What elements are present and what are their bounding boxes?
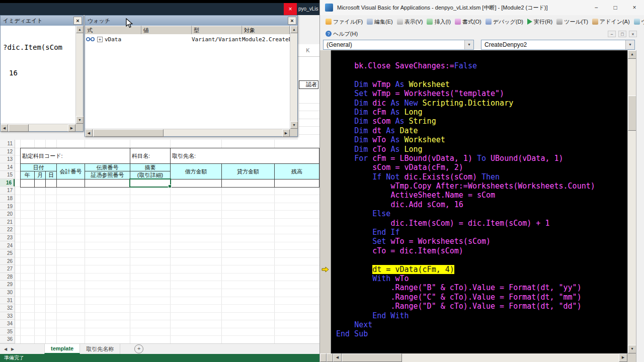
watch-hscrollbar[interactable]: ◀ ▶ (85, 129, 290, 136)
worksheet-grid[interactable]: 1112131415161718192021222324252627282930… (0, 140, 319, 343)
close-button[interactable]: × (625, 0, 644, 15)
row-header-11[interactable]: 11 (0, 140, 15, 148)
watch-vscrollbar[interactable]: ▲ ▼ (290, 26, 297, 129)
cell-subject-label[interactable]: 科目名: (130, 148, 171, 164)
procedure-view-button[interactable] (320, 353, 327, 362)
row-header-22[interactable]: 22 (0, 226, 15, 234)
entry-cell[interactable] (274, 179, 319, 188)
immediate-hscrollbar[interactable]: ◀ ▶ (1, 124, 75, 131)
header-day[interactable]: 日 (45, 171, 57, 179)
excel-close-button[interactable]: × (284, 3, 297, 15)
code-line[interactable]: dic.Add sCom, 16 (336, 200, 627, 209)
code-line[interactable]: .Range("C" & cTo).Value = Format(dt, "mm… (336, 293, 627, 302)
row-header-28[interactable]: 28 (0, 273, 15, 281)
code-line[interactable]: ActiveSheet.Name = sCom (336, 191, 627, 200)
row-header-24[interactable]: 24 (0, 242, 15, 250)
row-header-12[interactable]: 12 (0, 148, 15, 156)
scroll-down-button[interactable]: ▼ (76, 116, 84, 124)
code-line[interactable]: .Range("D" & cTo).Value = Format(dt, "dd… (336, 302, 627, 311)
entry-cell[interactable] (85, 179, 130, 188)
code-editor[interactable]: bk.Close SaveChanges:=False Dim wTmp As … (331, 50, 627, 353)
immediate-vscrollbar[interactable]: ▲ ▼ (75, 26, 83, 124)
code-line[interactable]: If Not dic.Exists(sCom) Then (336, 172, 627, 182)
row-header-27[interactable]: 27 (0, 265, 15, 273)
header-balance[interactable]: 残高 (274, 163, 319, 179)
row-header-19[interactable]: 19 (0, 203, 15, 211)
code-line[interactable]: End If (336, 228, 627, 237)
menu-item-4[interactable]: 書式(O) (453, 17, 483, 27)
expand-icon[interactable]: + (97, 37, 103, 42)
row-header-23[interactable]: 23 (0, 234, 15, 242)
code-line[interactable]: Set wTo = Worksheets(sCom) (336, 237, 627, 246)
code-line[interactable]: wTmp.Copy After:=Worksheets(Worksheets.C… (336, 182, 627, 191)
menu-item-3[interactable]: 挿入(I) (425, 17, 452, 27)
row-header-36[interactable]: 36 (0, 335, 15, 343)
code-line[interactable]: bk.Close SaveChanges:=False (336, 61, 627, 70)
code-line[interactable]: Dim cFm As Long (336, 108, 627, 117)
tab-scroll-right-button[interactable]: ▶ (9, 347, 16, 351)
header-date[interactable]: 日付 (20, 163, 57, 172)
mdi-minimize-button[interactable]: − (608, 31, 616, 37)
header-account-no[interactable]: 会計番号 (56, 163, 85, 179)
code-line[interactable]: End With (336, 311, 627, 320)
scroll-right-button[interactable]: ▶ (619, 353, 627, 362)
dropdown-arrow-icon[interactable]: ▼ (625, 40, 634, 49)
immediate-content[interactable]: ?dic.Item(sCom 16 (1, 26, 75, 124)
header-year[interactable]: 年 (20, 171, 35, 179)
row-header-29[interactable]: 29 (0, 281, 15, 289)
watch-col-context[interactable]: 対象 (242, 26, 290, 34)
code-line[interactable]: Next (336, 320, 627, 329)
code-line[interactable]: With wTo (336, 274, 627, 283)
code-margin[interactable] (320, 50, 331, 353)
scroll-up-button[interactable]: ▲ (290, 26, 298, 33)
sheet-tab-template[interactable]: template (44, 344, 80, 354)
cell-client-label[interactable]: 取引先名: (170, 148, 319, 164)
scroll-right-button[interactable]: ▶ (282, 129, 290, 137)
code-line[interactable]: Dim dt As Date (336, 126, 627, 135)
code-line[interactable]: Dim dic As New Scripting.Dictionary (336, 99, 627, 108)
row-header-21[interactable]: 21 (0, 218, 15, 226)
watch-row[interactable]: + vData Variant/Variant(1 t Module2.Crea… (85, 35, 290, 44)
row-header-15[interactable]: 15 (0, 171, 15, 179)
row-header-25[interactable]: 25 (0, 249, 15, 257)
code-line[interactable] (336, 255, 627, 264)
entry-cell[interactable] (221, 179, 275, 188)
entry-cell[interactable] (45, 179, 57, 188)
header-month[interactable]: 月 (34, 171, 46, 179)
mdi-restore-button[interactable]: □ (618, 31, 626, 37)
code-line[interactable]: Dim sCom As String (336, 117, 627, 126)
menu-item-1[interactable]: 編集(E) (365, 17, 394, 27)
row-header-33[interactable]: 33 (0, 312, 15, 320)
menu-item-2[interactable]: 表示(V) (395, 17, 425, 27)
header-summary[interactable]: 摘要 (130, 163, 171, 172)
code-line[interactable]: End Sub (336, 329, 627, 338)
scroll-right-button[interactable]: ▶ (68, 124, 75, 132)
entry-cell[interactable] (34, 179, 46, 188)
scroll-down-button[interactable]: ▼ (628, 345, 636, 353)
menu-item-7[interactable]: ツール(T) (555, 17, 590, 27)
watch-col-expression[interactable]: 式 (85, 26, 141, 34)
row-header-16[interactable]: 16 (0, 179, 15, 187)
minimize-button[interactable]: − (587, 0, 606, 15)
maximize-button[interactable]: □ (606, 0, 625, 15)
row-header-30[interactable]: 30 (0, 289, 15, 297)
menu-item-5[interactable]: デバッグ(D) (484, 17, 525, 27)
code-line[interactable]: For cFm = LBound(vData, 1) To UBound(vDa… (336, 154, 627, 163)
row-header-13[interactable]: 13 (0, 155, 15, 163)
watch-col-type[interactable]: 型 (192, 26, 242, 34)
watch-titlebar[interactable]: ウォッチ × (85, 16, 297, 26)
watch-content[interactable]: + vData Variant/Variant(1 t Module2.Crea… (85, 34, 290, 129)
entry-cell[interactable] (56, 179, 85, 188)
vbe-titlebar[interactable]: Microsoft Visual Basic for Applications … (320, 0, 644, 15)
entry-cell[interactable] (20, 179, 35, 188)
dropdown-arrow-icon[interactable]: ▼ (464, 40, 473, 49)
mdi-close-button[interactable]: × (629, 31, 637, 37)
vscroll-thumb[interactable] (628, 96, 636, 131)
menu-item-0[interactable]: ファイル(F) (324, 17, 364, 27)
code-line[interactable]: Dim wTmp As Worksheet (336, 80, 627, 89)
scroll-down-button[interactable]: ▼ (290, 121, 298, 129)
code-line[interactable] (336, 70, 627, 79)
full-module-view-button[interactable] (327, 353, 333, 362)
row-header-34[interactable]: 34 (0, 320, 15, 328)
add-sheet-button[interactable]: + (134, 344, 143, 353)
